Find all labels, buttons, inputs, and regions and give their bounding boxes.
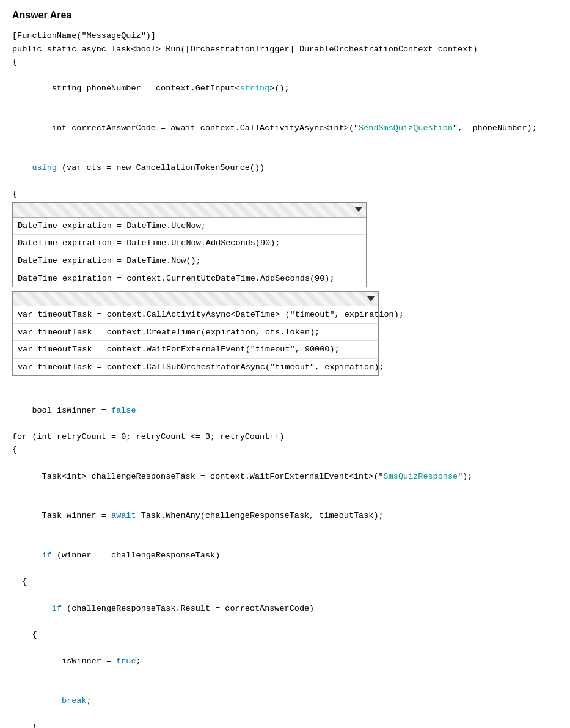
dropdown-2-option-3[interactable]: var timeoutTask = context.WaitForExterna… — [13, 341, 378, 359]
dropdown-2-options: var timeoutTask = context.CallActivityAs… — [13, 306, 378, 375]
dropdown-1-arrow-icon — [355, 207, 362, 212]
code-line-brace3: { — [12, 628, 558, 642]
page-title: Answer Area — [12, 10, 558, 21]
dropdown-1-header — [13, 203, 366, 218]
code-line-brace4: } — [12, 721, 558, 728]
code-line-3: { — [12, 56, 558, 69]
dropdown-1-option-3[interactable]: DateTime expiration = DateTime.Now(); — [13, 252, 366, 270]
code-area: [FunctionName("MessageQuiz")] public sta… — [12, 29, 558, 728]
code-line-if1: if (winner == challengeResponseTask) — [12, 536, 558, 576]
dropdown-2-arrow-icon — [367, 296, 375, 301]
code-line-brace2: { — [12, 575, 558, 589]
code-line-task1: Task<int> challengeResponseTask = contex… — [12, 457, 558, 496]
code-line-brace1: { — [12, 443, 558, 457]
code-line-6: using (var cts = new CancellationTokenSo… — [12, 148, 558, 188]
dropdown-1[interactable]: DateTime expiration = DateTime.UtcNow; D… — [12, 202, 367, 287]
code-line-if2: if (challengeResponseTask.Result = corre… — [12, 589, 558, 628]
dropdown-2-header — [13, 292, 378, 306]
dropdown-2-option-2[interactable]: var timeoutTask = context.CreateTimer(ex… — [13, 324, 378, 342]
code-line-1: [FunctionName("MessageQuiz")] — [12, 29, 558, 43]
code-line-break1: break; — [12, 681, 558, 721]
dropdown-2[interactable]: var timeoutTask = context.CallActivityAs… — [12, 291, 379, 376]
dropdown-2-option-4[interactable]: var timeoutTask = context.CallSubOrchest… — [13, 359, 378, 376]
dropdown-1-options: DateTime expiration = DateTime.UtcNow; D… — [13, 218, 366, 287]
code-line-5: int correctAnswerCode = await context.Ca… — [12, 109, 558, 149]
dropdown-1-option-1[interactable]: DateTime expiration = DateTime.UtcNow; — [13, 218, 366, 235]
code-line-iswinner: isWinner = true; — [12, 641, 558, 681]
code-line-for: for (int retryCount = 0; retryCount <= 3… — [12, 430, 558, 444]
code-line-bool: bool isWinner = false — [12, 391, 558, 430]
dropdown-1-option-4[interactable]: DateTime expiration = context.CurrentUtc… — [13, 270, 366, 287]
dropdown-2-option-1[interactable]: var timeoutTask = context.CallActivityAs… — [13, 306, 378, 324]
dropdown-1-option-2[interactable]: DateTime expiration = DateTime.UtcNow.Ad… — [13, 235, 366, 252]
code-line-4: string phoneNumber = context.GetInput<st… — [12, 69, 558, 109]
code-line-task2: Task winner = await Task.WhenAny(challen… — [12, 496, 558, 536]
code-line-2: public static async Task<bool> Run([Orch… — [12, 43, 558, 56]
code-line-7: { — [12, 188, 558, 201]
